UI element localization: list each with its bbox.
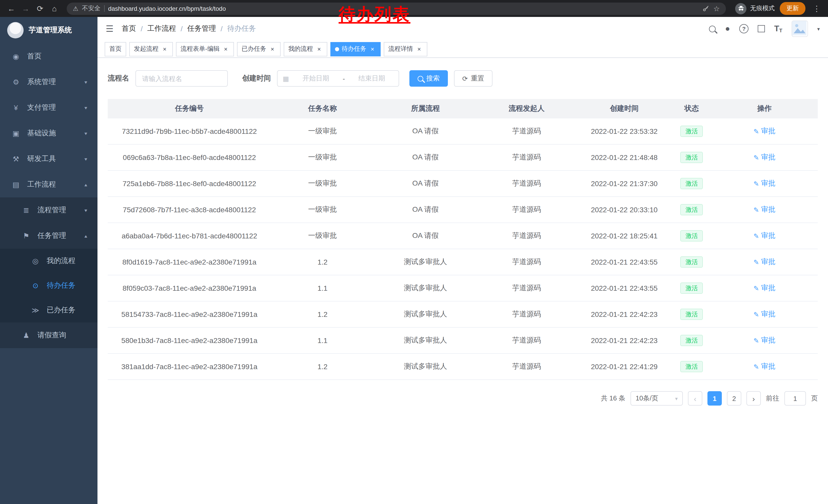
approve-link[interactable]: ✎审批 bbox=[753, 362, 776, 371]
list-icon: ≣ bbox=[20, 206, 32, 214]
sidebar-item-home[interactable]: ◉ 首页 bbox=[0, 44, 97, 69]
page-2-button[interactable]: 2 bbox=[727, 391, 741, 406]
breadcrumb-task-mgmt[interactable]: 任务管理 bbox=[187, 24, 216, 33]
status-badge: 激活 bbox=[680, 256, 703, 268]
reset-button[interactable]: ⟳ 重置 bbox=[454, 70, 493, 87]
close-icon[interactable]: × bbox=[416, 45, 423, 53]
date-range-picker[interactable]: ▦ 开始日期 - 结束日期 bbox=[277, 70, 399, 87]
tab-home[interactable]: 首页 bbox=[105, 42, 126, 56]
table-header-row: 任务编号 任务名称 所属流程 流程发起人 创建时间 状态 操作 bbox=[108, 99, 818, 119]
breadcrumb-home[interactable]: 首页 bbox=[122, 24, 136, 33]
search-button[interactable]: 搜索 bbox=[409, 70, 448, 87]
page-size-value: 10条/页 bbox=[636, 394, 658, 403]
sidebar-item-label: 请假查询 bbox=[37, 331, 66, 340]
sidebar-item-done[interactable]: ≫ 已办任务 bbox=[0, 298, 97, 322]
approve-link[interactable]: ✎审批 bbox=[753, 153, 776, 162]
approve-link[interactable]: ✎审批 bbox=[753, 231, 776, 240]
browser-chrome: ← → ⟳ ⌂ ⚠ 不安全 dashboard.yudao.iocoder.cn… bbox=[0, 0, 828, 17]
sidebar-item-pay[interactable]: ¥ 支付管理 ▾ bbox=[0, 95, 97, 121]
fullscreen-icon[interactable] bbox=[758, 25, 765, 32]
cell-task-name: 1.2 bbox=[271, 354, 374, 380]
approve-label: 审批 bbox=[761, 179, 776, 188]
approve-label: 审批 bbox=[761, 258, 776, 267]
cell-task-name: 一级审批 bbox=[271, 223, 374, 249]
tab-start-process[interactable]: 发起流程 × bbox=[129, 42, 173, 56]
approve-link[interactable]: ✎审批 bbox=[753, 336, 776, 345]
close-icon[interactable]: × bbox=[222, 45, 229, 53]
help-icon[interactable]: ? bbox=[739, 24, 748, 33]
edit-icon: ✎ bbox=[753, 336, 759, 344]
tab-label: 流程表单-编辑 bbox=[180, 45, 219, 53]
calendar-icon: ▦ bbox=[283, 75, 289, 82]
tabs-bar: 首页 发起流程 × 流程表单-编辑 × 已办任务 × 我的流程 × bbox=[97, 41, 828, 58]
sidebar-item-infra[interactable]: ▣ 基础设施 ▾ bbox=[0, 121, 97, 146]
close-icon[interactable]: × bbox=[269, 45, 276, 53]
sidebar-item-leave-query[interactable]: ♟ 请假查询 bbox=[0, 322, 97, 348]
tab-done-tasks[interactable]: 已办任务 × bbox=[237, 42, 281, 56]
approve-link[interactable]: ✎审批 bbox=[753, 127, 776, 136]
sidebar-toggle-icon[interactable]: ☰ bbox=[106, 23, 114, 34]
breadcrumb-separator: / bbox=[220, 25, 223, 33]
back-icon[interactable]: ← bbox=[5, 4, 17, 13]
menu-dots-icon[interactable]: ⋮ bbox=[811, 4, 823, 13]
breadcrumb-workflow[interactable]: 工作流程 bbox=[147, 24, 176, 33]
page-1-button[interactable]: 1 bbox=[707, 391, 722, 406]
sidebar-item-workflow[interactable]: ▤ 工作流程 ▴ bbox=[0, 172, 97, 197]
sidebar-item-my-process[interactable]: ◎ 我的流程 bbox=[0, 249, 97, 273]
edit-icon: ✎ bbox=[753, 363, 759, 370]
approve-link[interactable]: ✎审批 bbox=[753, 310, 776, 319]
tab-todo-tasks[interactable]: 待办任务 × bbox=[330, 42, 381, 56]
tab-label: 已办任务 bbox=[242, 45, 266, 53]
cell-task-id: 8f0d1619-7ac8-11ec-a9e2-a2380e71991a bbox=[108, 249, 271, 275]
tab-my-process[interactable]: 我的流程 × bbox=[284, 42, 327, 56]
cell-time: 2022-01-21 22:43:55 bbox=[576, 249, 672, 275]
approve-link[interactable]: ✎审批 bbox=[753, 283, 776, 293]
chevron-down-icon[interactable]: ▾ bbox=[817, 26, 820, 32]
approve-label: 审批 bbox=[761, 231, 776, 240]
sidebar-item-system[interactable]: ⚙ 系统管理 ▾ bbox=[0, 69, 97, 95]
tab-process-detail[interactable]: 流程详情 × bbox=[384, 42, 427, 56]
cell-task-name: 一级审批 bbox=[271, 119, 374, 144]
font-size-icon[interactable]: TT bbox=[774, 24, 782, 33]
update-button[interactable]: 更新 bbox=[780, 2, 805, 15]
forward-icon[interactable]: → bbox=[19, 4, 32, 13]
approve-label: 审批 bbox=[761, 310, 776, 319]
dashboard-icon: ◉ bbox=[10, 52, 22, 60]
status-badge: 激活 bbox=[680, 361, 703, 372]
column-header: 流程发起人 bbox=[477, 99, 576, 119]
approve-link[interactable]: ✎审批 bbox=[753, 205, 776, 214]
github-icon[interactable]: ● bbox=[725, 24, 730, 33]
gear-icon: ⚙ bbox=[10, 78, 22, 86]
sidebar-item-process-mgmt[interactable]: ≣ 流程管理 ▾ bbox=[0, 197, 97, 223]
close-icon[interactable]: × bbox=[316, 45, 323, 53]
edit-icon: ✎ bbox=[753, 206, 759, 214]
approve-link[interactable]: ✎审批 bbox=[753, 258, 776, 267]
avatar[interactable] bbox=[792, 20, 808, 37]
close-icon[interactable]: × bbox=[369, 45, 376, 53]
url-text: dashboard.yudao.iocoder.cn/bpm/task/todo bbox=[108, 5, 226, 12]
close-icon[interactable]: × bbox=[161, 45, 168, 53]
table-row: 725a1eb6-7b88-11ec-8ef0-acde48001122 一级审… bbox=[108, 171, 818, 197]
search-icon[interactable] bbox=[709, 26, 716, 32]
process-name-input[interactable] bbox=[135, 70, 228, 87]
page-size-select[interactable]: 10条/页 ▾ bbox=[630, 391, 683, 406]
sidebar-item-label: 任务管理 bbox=[37, 231, 66, 240]
cell-task-name: 一级审批 bbox=[271, 197, 374, 223]
sidebar-item-todo[interactable]: ⊙ 待办任务 bbox=[0, 273, 97, 298]
sidebar-item-label: 基础设施 bbox=[27, 129, 56, 138]
goto-label: 前往 bbox=[766, 394, 779, 403]
status-badge: 激活 bbox=[680, 335, 703, 346]
sidebar: 芋道管理系统 ◉ 首页 ⚙ 系统管理 ▾ ¥ 支付管理 ▾ ▣ bbox=[0, 17, 97, 504]
sidebar-item-devtools[interactable]: ⚒ 研发工具 ▾ bbox=[0, 146, 97, 172]
home-icon[interactable]: ⌂ bbox=[48, 4, 60, 13]
tab-process-form-edit[interactable]: 流程表单-编辑 × bbox=[176, 42, 234, 56]
approve-link[interactable]: ✎审批 bbox=[753, 179, 776, 188]
goto-page-input[interactable] bbox=[784, 391, 806, 406]
prev-page-button[interactable]: ‹ bbox=[688, 391, 702, 406]
key-icon[interactable] bbox=[703, 5, 710, 12]
next-page-button[interactable]: › bbox=[746, 391, 761, 406]
bookmark-star-icon[interactable]: ☆ bbox=[713, 4, 720, 12]
reload-icon[interactable]: ⟳ bbox=[34, 4, 46, 13]
sidebar-item-task-mgmt[interactable]: ⚑ 任务管理 ▴ bbox=[0, 223, 97, 249]
table-row: 8f0d1619-7ac8-11ec-a9e2-a2380e71991a 1.2… bbox=[108, 249, 818, 275]
